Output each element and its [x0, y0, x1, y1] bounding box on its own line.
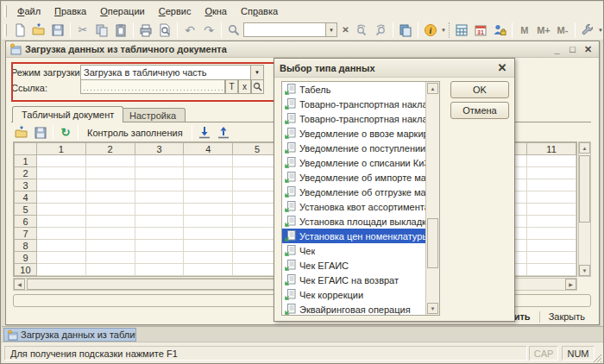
grid-cell[interactable] — [184, 228, 233, 240]
grid-cell[interactable] — [184, 179, 233, 191]
type-list-item[interactable]: Товарно-транспортная наклад... — [282, 111, 426, 126]
grid-cell[interactable] — [85, 179, 135, 191]
find-previous-button[interactable] — [352, 22, 371, 39]
grid-cell[interactable] — [85, 167, 135, 179]
grid-cell[interactable] — [135, 216, 184, 228]
refresh-button[interactable]: ↻ — [56, 124, 75, 141]
print-button[interactable] — [136, 22, 155, 39]
cancel-button[interactable]: Отмена — [450, 102, 509, 119]
open-button[interactable] — [29, 22, 48, 39]
type-list-item[interactable]: Чек ЕГАИС на возврат — [282, 273, 426, 287]
search-input[interactable] — [243, 22, 326, 37]
type-list-item[interactable]: Чек коррекции — [282, 287, 426, 302]
grid-cell[interactable] — [85, 204, 135, 216]
grid-column-header[interactable]: 11 — [527, 143, 576, 155]
grid-cell[interactable] — [527, 191, 576, 204]
horizontal-scroll-thumb[interactable] — [27, 279, 286, 290]
export-table-button[interactable] — [214, 124, 233, 141]
grid-cell[interactable] — [36, 155, 85, 167]
type-list-item[interactable]: Уведомление об отгрузке мар... — [282, 185, 426, 199]
grid-column-header[interactable]: 2 — [85, 143, 135, 155]
grid-row-header[interactable]: 6 — [15, 216, 37, 228]
type-list-item[interactable]: Уведомление о поступлении м... — [282, 141, 426, 155]
grid-cell[interactable] — [135, 167, 184, 179]
grid-row-header[interactable]: 10 — [15, 264, 37, 276]
menu-file[interactable]: Файл — [10, 3, 47, 19]
taskbar-tab-load-data[interactable]: Загрузка данных из таблич... — [3, 328, 136, 342]
type-list-item[interactable]: Установка площади выкладки — [282, 214, 426, 229]
search-button[interactable] — [224, 22, 243, 39]
grid-cell[interactable] — [184, 191, 233, 204]
grid-row-header[interactable]: 8 — [15, 240, 37, 252]
redo-button[interactable]: ↷ — [199, 22, 218, 39]
grid-column-header[interactable]: 3 — [135, 143, 184, 155]
grid-cell[interactable] — [135, 155, 184, 167]
grid-cell[interactable] — [527, 240, 576, 252]
save-button[interactable] — [48, 22, 67, 39]
memory-button[interactable]: M — [515, 22, 534, 39]
grid-cell[interactable] — [135, 191, 184, 204]
dialog-close-button[interactable]: ✕ — [495, 61, 509, 75]
tab-spreadsheet-document[interactable]: Табличный документ — [12, 106, 123, 122]
new-document-button[interactable] — [10, 22, 29, 39]
grid-cell[interactable] — [135, 179, 184, 191]
minimize-button[interactable]: _ — [550, 43, 564, 56]
grid-cell[interactable] — [135, 240, 184, 252]
ok-button[interactable]: OK — [450, 81, 509, 98]
type-list-item[interactable]: Чек — [282, 243, 426, 258]
grid-cell[interactable] — [135, 204, 184, 216]
grid-row-header[interactable]: 4 — [15, 191, 37, 204]
grid-cell[interactable] — [85, 264, 135, 276]
menu-help[interactable]: Справка — [234, 3, 285, 19]
save-file-button[interactable] — [31, 124, 50, 141]
menu-operations[interactable]: Операции — [93, 3, 151, 19]
grid-cell[interactable] — [135, 252, 184, 264]
grid-row-header[interactable]: 7 — [15, 228, 37, 240]
menu-edit[interactable]: Правка — [47, 3, 93, 19]
tools-dropdown-arrow[interactable]: ▼ — [598, 28, 603, 33]
grid-row-header[interactable]: 2 — [15, 167, 37, 179]
list-scroll-down-button[interactable]: ▼ — [427, 303, 438, 314]
import-table-button[interactable] — [195, 124, 214, 141]
grid-cell[interactable] — [85, 252, 135, 264]
type-list-item[interactable]: Установка цен номенклатуры — [282, 229, 426, 243]
grid-cell[interactable] — [184, 240, 233, 252]
calendar-button[interactable]: 31 — [471, 22, 490, 39]
find-next-button[interactable] — [371, 22, 390, 39]
grid-row-header[interactable]: 5 — [15, 204, 37, 216]
grid-cell[interactable] — [184, 204, 233, 216]
grid-cell[interactable] — [36, 252, 85, 264]
list-vertical-scrollbar[interactable]: ▲ ▼ — [425, 82, 439, 315]
type-list-item[interactable]: Уведомление о списании КиЗ ... — [282, 155, 426, 170]
grid-cell[interactable] — [85, 228, 135, 240]
grid-cell[interactable] — [36, 228, 85, 240]
search-clear-button[interactable]: ✕ — [339, 22, 352, 37]
grid-row-header[interactable]: 3 — [15, 179, 37, 191]
resize-grip[interactable] — [591, 352, 602, 363]
type-list-item[interactable]: Уведомление о ввозе маркир... — [282, 126, 426, 141]
grid-cell[interactable] — [184, 264, 233, 276]
grid-cell[interactable] — [135, 264, 184, 276]
grid-cell[interactable] — [85, 240, 135, 252]
user-permissions-button[interactable] — [490, 22, 509, 39]
tools-button[interactable] — [578, 22, 597, 39]
type-list-item[interactable]: Товарно-транспортная наклад... — [282, 97, 426, 111]
menu-windows[interactable]: Окна — [198, 3, 234, 19]
scroll-down-button[interactable]: ▼ — [579, 265, 590, 276]
type-list-item[interactable]: Установка квот ассортимента — [282, 199, 426, 214]
cut-button[interactable]: ✂ — [73, 22, 92, 39]
window-titlebar[interactable]: Загрузка данных из табличного документа … — [6, 41, 599, 58]
search-dropdown-button[interactable]: ▼ — [326, 22, 337, 37]
open-file-button[interactable] — [12, 124, 31, 141]
grid-cell[interactable] — [184, 167, 233, 179]
grid-cell[interactable] — [527, 228, 576, 240]
grid-cell[interactable] — [36, 240, 85, 252]
undo-button[interactable]: ↶ — [180, 22, 199, 39]
grid-cell[interactable] — [85, 155, 135, 167]
memory-subtract-button[interactable]: M- — [553, 22, 572, 39]
scroll-right-button[interactable]: ▶ — [565, 279, 576, 290]
grid-cell[interactable] — [527, 155, 576, 167]
copy-special-button[interactable] — [396, 22, 415, 39]
fill-control-button[interactable]: Контроль заполнения — [81, 125, 189, 141]
grid-cell[interactable] — [85, 216, 135, 228]
